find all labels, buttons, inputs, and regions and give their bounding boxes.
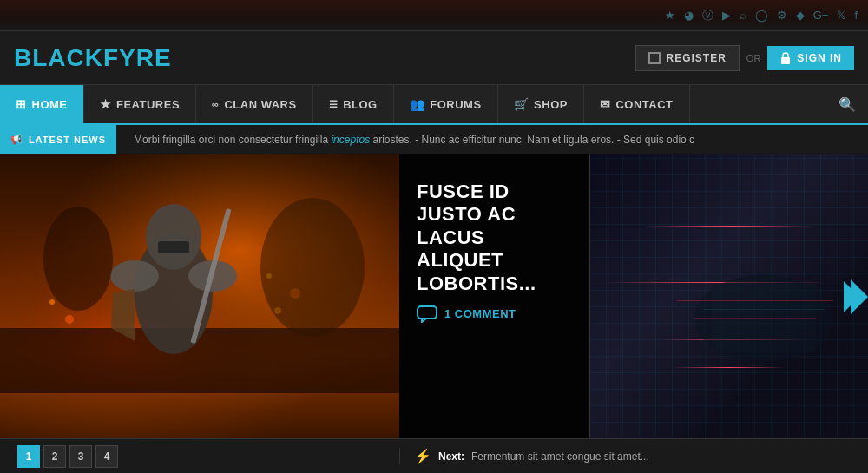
svg-rect-17 [418, 306, 437, 319]
svg-point-5 [146, 204, 201, 270]
ticker-text: Morbi fringilla orci non consectetur fri… [116, 134, 712, 146]
header: BLACKFYRE REGISTER OR SIGN IN [0, 31, 868, 85]
register-label: REGISTER [666, 52, 726, 64]
next-bar: ⚡ Next: Fermentum sit amet congue sit am… [399, 448, 868, 464]
auth-area: REGISTER OR SIGN IN [635, 45, 854, 71]
signin-button[interactable]: SIGN IN [767, 46, 854, 70]
social-facebook[interactable]: f [854, 9, 858, 22]
svg-point-7 [110, 260, 159, 292]
social-bar: ★ ◕ ⓥ ▶ ⌕ ◯ ⚙ ◆ G+ 𝕏 f [0, 0, 868, 31]
nav-contact[interactable]: ✉ CONTACT [584, 85, 690, 123]
social-googleplus[interactable]: G+ [813, 9, 829, 22]
register-icon [648, 52, 661, 64]
social-instagram[interactable]: ◯ [755, 9, 768, 22]
comment-bubble-icon [417, 305, 437, 323]
bottom-bar: 1 2 3 4 ⚡ Next: Fermentum sit amet congu… [0, 438, 868, 473]
blog-icon: ☰ [329, 99, 339, 110]
social-steam[interactable]: ⚙ [777, 9, 787, 22]
page-3-button[interactable]: 3 [69, 445, 92, 468]
bolt-icon: ⚡ [414, 448, 431, 464]
nav-forums-label: FORUMS [430, 98, 481, 111]
register-button[interactable]: REGISTER [635, 45, 739, 71]
svg-point-16 [43, 207, 113, 311]
page-4-button[interactable]: 4 [95, 445, 118, 468]
site-logo: BLACKFYRE [14, 44, 635, 72]
search-button[interactable]: 🔍 [826, 85, 868, 123]
comments-link[interactable]: 1 COMMENT [417, 305, 572, 323]
article-title: FUSCE ID JUSTO AC LACUS ALIQUET LOBORTIS… [417, 181, 572, 295]
knight-svg [0, 154, 399, 393]
signin-label: SIGN IN [797, 52, 842, 64]
clanwars-icon: ∞ [212, 99, 219, 109]
page-2-button[interactable]: 2 [43, 445, 66, 468]
arrow-right-icon [851, 279, 868, 314]
page-1-button[interactable]: 1 [17, 445, 40, 468]
next-text: Fermentum sit amet congue sit amet... [471, 450, 649, 463]
right-panel [590, 154, 868, 438]
main-nav: ⊞ HOME ★ FEATURES ∞ CLAN WARS ☰ BLOG 👥 F… [0, 85, 868, 125]
social-pinterest[interactable]: ◆ [796, 9, 805, 22]
nav-home[interactable]: ⊞ HOME [0, 85, 84, 123]
social-twitter[interactable]: 𝕏 [837, 9, 845, 22]
featured-image [0, 154, 399, 438]
nav-home-label: HOME [32, 98, 68, 111]
svg-point-15 [260, 198, 365, 337]
nav-forums[interactable]: 👥 FORUMS [394, 85, 498, 123]
pagination: 1 2 3 4 [0, 445, 399, 468]
vehicle-svg [590, 154, 868, 438]
shop-icon: 🛒 [514, 97, 529, 111]
svg-rect-0 [781, 57, 790, 64]
ticker-bar: 📢 LATEST NEWS Morbi fringilla orci non c… [0, 125, 868, 154]
nav-shop[interactable]: 🛒 SHOP [498, 85, 584, 123]
svg-point-13 [65, 315, 74, 324]
nav-clanwars-label: CLAN WARS [224, 98, 296, 111]
or-text: OR [746, 53, 761, 63]
social-rss[interactable]: ★ [665, 9, 675, 22]
megaphone-icon: 📢 [10, 134, 23, 145]
home-icon: ⊞ [16, 97, 27, 111]
svg-rect-6 [158, 241, 189, 253]
search-icon: 🔍 [838, 96, 856, 113]
next-prefix: Next: [438, 450, 464, 463]
logo-black: BLACK [14, 44, 103, 71]
nav-features[interactable]: ★ FEATURES [84, 85, 197, 123]
features-icon: ★ [100, 97, 112, 111]
svg-point-14 [49, 299, 55, 305]
contact-icon: ✉ [600, 97, 611, 111]
nav-clanwars[interactable]: ∞ CLAN WARS [196, 85, 313, 123]
nav-blog[interactable]: ☰ BLOG [313, 85, 394, 123]
right-image [590, 154, 868, 438]
forums-icon: 👥 [410, 97, 425, 111]
article-panel: FUSCE ID JUSTO AC LACUS ALIQUET LOBORTIS… [399, 154, 590, 438]
social-twitch[interactable]: ⌕ [740, 9, 746, 22]
nav-features-label: FEATURES [116, 98, 180, 111]
nav-contact-label: CONTACT [615, 98, 673, 111]
ticker-label: 📢 LATEST NEWS [0, 125, 116, 154]
social-youtube[interactable]: ▶ [722, 9, 731, 22]
nav-blog-label: BLOG [343, 98, 378, 111]
comments-label: 1 COMMENT [444, 307, 516, 320]
nav-shop-label: SHOP [534, 98, 568, 111]
social-vk[interactable]: ⓥ [702, 8, 713, 23]
logo-blue: FYRE [103, 44, 172, 71]
social-dribbble[interactable]: ◕ [684, 9, 694, 22]
lock-icon [779, 52, 792, 64]
